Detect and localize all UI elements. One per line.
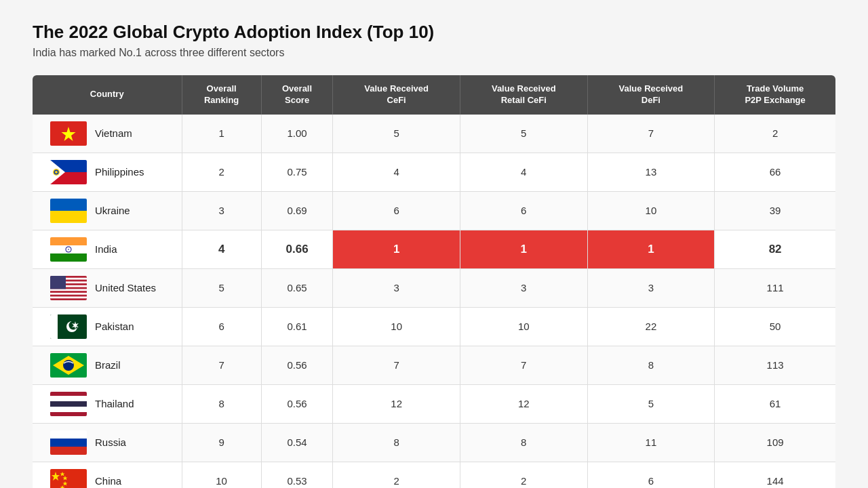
cell-defi: 22 [587,307,715,346]
page-title: The 2022 Global Crypto Adoption Index (T… [33,22,835,43]
col-cefi: Value ReceivedCeFi [333,75,460,115]
cell-defi: 7 [587,115,715,153]
country-cell: Russia [33,423,182,462]
cell-retail-cefi: 8 [460,423,587,462]
cell-retail-cefi: 3 [460,268,587,307]
page-subtitle: India has marked No.1 across three diffe… [33,47,835,59]
cell-p2p: 39 [715,191,835,230]
cell-score: 0.53 [261,462,333,488]
cell-cefi: 8 [333,423,460,462]
svg-rect-13 [50,253,87,262]
country-cell: Philippines [33,152,182,191]
cell-cefi: 7 [333,346,460,384]
table-row: United States 50.65333111 [33,268,835,307]
table-row: India 40.6611182 [33,230,835,268]
cell-defi: 10 [587,191,715,230]
cell-retail-cefi: 5 [460,115,587,153]
country-cell: Thailand [33,384,182,423]
cell-ranking: 1 [182,115,261,153]
svg-rect-10 [50,211,87,223]
col-country: Country [33,75,182,115]
cell-p2p: 109 [715,423,835,462]
cell-retail-cefi: 2 [460,462,587,488]
col-ranking: OverallRanking [182,75,261,115]
cell-ranking: 10 [182,462,261,488]
cell-ranking: 6 [182,307,261,346]
table-row: Philippines 20.75441366 [33,152,835,191]
country-name: Philippines [95,166,144,178]
cell-p2p: 50 [715,307,835,346]
country-name: Vietnam [95,127,132,139]
svg-point-16 [68,249,69,250]
cell-p2p: 66 [715,152,835,191]
country-name: Ukraine [95,205,130,216]
flag-ukraine [50,199,87,223]
svg-rect-23 [50,294,87,296]
cell-score: 0.69 [261,191,333,230]
svg-rect-41 [50,469,87,488]
cell-cefi: 5 [333,115,460,153]
cell-p2p: 113 [715,346,835,384]
cell-defi: 1 [587,230,715,268]
table-row: Russia 90.548811109 [33,423,835,462]
cell-defi: 6 [587,462,715,488]
cell-cefi: 12 [333,384,460,423]
country-name: China [95,475,121,487]
cell-score: 0.56 [261,346,333,384]
table-row: Brazil 70.56778113 [33,346,835,384]
svg-point-8 [55,171,58,174]
cell-p2p: 144 [715,462,835,488]
cell-score: 0.75 [261,152,333,191]
cell-ranking: 9 [182,423,261,462]
flag-russia [50,430,87,455]
cell-retail-cefi: 6 [460,191,587,230]
svg-rect-25 [50,276,66,289]
country-name: Russia [95,436,126,448]
cell-score: 0.65 [261,268,333,307]
cell-defi: 8 [587,346,715,384]
crypto-table: Country OverallRanking OverallScore Valu… [33,75,835,488]
cell-retail-cefi: 1 [460,230,587,268]
flag-brazil [50,353,87,378]
col-score: OverallScore [261,75,333,115]
col-p2p: Trade VolumeP2P Exchange [715,75,835,115]
table-row: Vietnam 11.005572 [33,115,835,153]
flag-vietnam [50,121,87,146]
cell-p2p: 61 [715,384,835,423]
country-cell: Ukraine [33,191,182,230]
svg-rect-39 [50,439,87,447]
cell-ranking: 7 [182,346,261,384]
svg-rect-27 [50,314,58,339]
svg-rect-35 [50,396,87,401]
cell-defi: 3 [587,268,715,307]
cell-cefi: 10 [333,307,460,346]
cell-score: 1.00 [261,115,333,153]
cell-score: 0.66 [261,230,333,268]
cell-score: 0.56 [261,384,333,423]
country-name: Pakistan [95,321,134,332]
country-cell: Vietnam [33,115,182,153]
flag-india [50,237,87,262]
country-name: Thailand [95,398,134,409]
table-row: Pakistan 60.6110102250 [33,307,835,346]
flag-thailand [50,392,87,416]
svg-rect-38 [50,430,87,439]
cell-cefi: 6 [333,191,460,230]
cell-defi: 5 [587,384,715,423]
country-cell: China [33,462,182,488]
cell-ranking: 8 [182,384,261,423]
cell-p2p: 2 [715,115,835,153]
cell-score: 0.54 [261,423,333,462]
country-cell: Brazil [33,346,182,384]
country-cell: United States [33,268,182,307]
svg-rect-24 [50,298,87,300]
cell-score: 0.61 [261,307,333,346]
country-cell: India [33,230,182,268]
flag-usa [50,276,87,300]
flag-pakistan [50,314,87,339]
cell-defi: 13 [587,152,715,191]
flag-china [50,469,87,488]
svg-rect-40 [50,447,87,455]
svg-rect-22 [50,291,87,293]
cell-retail-cefi: 12 [460,384,587,423]
